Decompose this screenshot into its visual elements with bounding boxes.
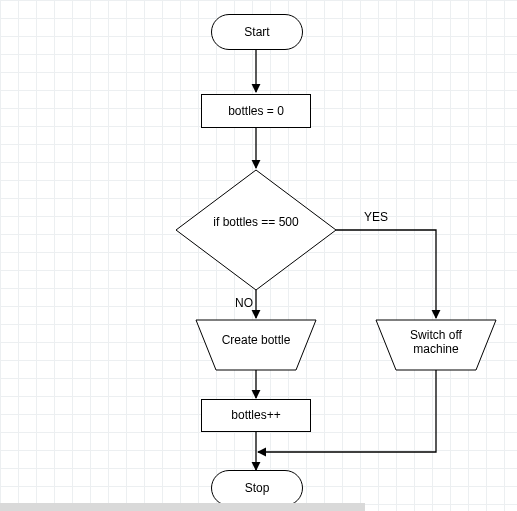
terminator-stop: Stop [211,470,303,506]
process-increment-label: bottles++ [231,408,280,422]
process-switchoff-label-2: machine [413,342,458,356]
flowchart-canvas: Start bottles = 0 if bottles == 500 YES … [0,0,517,511]
process-create: Create bottle [196,333,316,347]
decision-diamond-shape [176,170,336,290]
terminator-stop-label: Stop [245,481,270,495]
terminator-start: Start [211,14,303,50]
process-switchoff-label-1: Switch off [410,328,462,342]
connectors [0,0,517,511]
terminator-start-label: Start [244,25,269,39]
edge-label-yes: YES [364,210,388,224]
decision-condition: if bottles == 500 [176,215,336,229]
decision-condition-label: if bottles == 500 [213,215,298,229]
process-increment: bottles++ [201,399,311,432]
process-switchoff: Switch off machine [376,328,496,356]
process-create-label: Create bottle [222,333,291,347]
scrollbar-bottom[interactable] [0,503,365,511]
process-init: bottles = 0 [201,94,311,128]
process-init-label: bottles = 0 [228,104,284,118]
edge-label-no: NO [235,296,253,310]
